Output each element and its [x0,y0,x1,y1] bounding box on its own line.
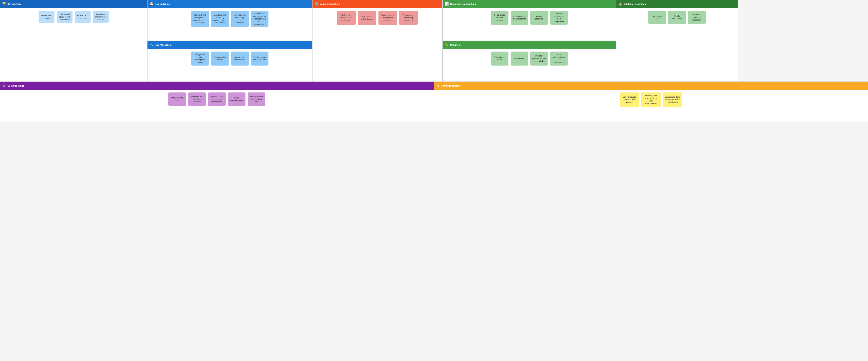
card-sponsorship-fees[interactable]: Sponsorship and collaboration fees [248,92,265,106]
rev-body: Sales of athletic footwear and apparel L… [434,90,868,121]
business-model-canvas: 🏆 Key partners: Manufacturers and suppli… [0,0,868,121]
card-physical-retail[interactable]: Physical retail stores [491,52,508,65]
card-sales-footwear[interactable]: Sales of athletic footwear and apparel [620,92,639,107]
value-prop-icon: ⚙️ [315,2,318,6]
key-activities-title: Key activities: [155,3,170,5]
key-resources-section: 🔧 Key resources: Design and product deve… [148,41,312,82]
card-mfg-costs[interactable]: Manufacturing costs [168,92,186,106]
value-prop-body: High-quality athletic footwear and appar… [312,8,442,82]
cost-structure-section: ✂️ Cost structure: Manufacturing costs M… [0,82,434,121]
card-sports-enthusiasts[interactable]: Sports enthusiasts [668,11,686,24]
key-partners-section: 🏆 Key partners: Manufacturers and suppli… [0,0,148,82]
cust-rel-body: Personalized customer support Engaging s… [443,8,616,40]
key-resources-icon: 🔧 [150,43,154,47]
revenue-streams-section: 🏷️ Revenue streams: Sales of athletic fo… [434,82,868,121]
cost-body: Manufacturing costs Marketing and advert… [0,90,434,121]
rev-icon: 🏷️ [436,84,440,88]
rev-header: 🏷️ Revenue streams: [434,82,868,90]
card-marketing-exp[interactable]: Marketing and advertising expenses [188,92,206,106]
cust-seg-title: Customer segments: [624,3,647,5]
card-performance-tech[interactable]: Performance-enhancing technology [399,11,418,25]
card-wholesale[interactable]: Wholesale partnerships with sports retai… [530,52,548,65]
cost-header: ✂️ Cost structure: [0,82,434,90]
card-design-teams[interactable]: Design and product development teams [191,52,209,65]
card-rd-investments[interactable]: Research and development investments [208,92,226,106]
card-brand-rep[interactable]: Brand reputation and recognition [251,52,269,65]
cust-seg-icon: 🥧 [618,2,622,6]
key-activities-header: 💬 Key activities: [148,0,312,8]
card-designing[interactable]: Designing and marketing athletic footwea… [211,11,229,27]
cost-icon: ✂️ [2,84,6,88]
key-activities-icon: 💬 [150,2,154,6]
key-resources-body: Design and product development teams Man… [148,49,312,82]
card-sponsored-events[interactable]: Sponsored events and sports competitions [550,11,568,25]
cust-seg-body: Professional athletes Sports enthusiasts… [616,8,738,82]
channels-header: ✏️ Channels: [443,41,616,49]
card-sponsorship-deals[interactable]: Sponsorship deals with sports teams and … [663,92,682,107]
card-pro-athletes[interactable]: Professional athletes [648,11,666,24]
card-advertising[interactable]: Advertising and marketing agencies [93,11,108,23]
card-collaboration[interactable]: Collaboration with athletes for product … [251,11,269,27]
key-partners-title: Key partners: [7,3,22,5]
channels-body: Physical retail stores Online store Whol… [443,49,616,82]
key-activities-body: Research and development of innovative s… [148,8,312,40]
customer-segments-section: 🥧 Customer segments: Professional athlet… [616,0,738,82]
cost-title: Cost structure: [7,84,24,87]
key-partners-header: 🏆 Key partners: [0,0,147,8]
card-innovative-designs[interactable]: Innovative and stylish designs [358,11,376,25]
value-prop-header: ⚙️ Value proposition: [312,0,442,8]
channels-title: Channels: [450,44,461,46]
top-section: 🏆 Key partners: Manufacturers and suppli… [0,0,868,82]
card-manufacturing-qc[interactable]: Manufacturing and quality control proces… [231,11,249,27]
bottom-section: ✂️ Cost structure: Manufacturing costs M… [0,82,868,121]
card-retail-ops[interactable]: Retail operational costs [228,92,246,106]
cust-rel-header: 📊 Customer relationships: [443,0,616,8]
card-supply-chain[interactable]: Supply chain management [231,52,249,65]
cust-rel-section: 📊 Customer relationships: Personalized c… [443,0,616,40]
card-brand-collab[interactable]: Brand collaborations and sponsorships [550,52,568,65]
card-fashion-conscious[interactable]: Fashion-conscious consumers [688,11,706,24]
key-resources-title: Key resources: [155,44,172,46]
card-manufacturers[interactable]: Manufacturers and suppliers [38,11,55,23]
card-retailers[interactable]: Retailers and distributors [74,11,91,23]
key-resources-header: 🔧 Key resources: [148,41,312,49]
key-activities-section: 💬 Key activities: Research and developme… [148,0,312,40]
value-proposition-section: ⚙️ Value proposition: High-quality athle… [312,0,443,82]
cust-rel-icon: 📊 [445,2,449,6]
cust-seg-header: 🥧 Customer segments: [616,0,738,8]
card-loyalty[interactable]: Loyalty programs [530,11,548,25]
cust-rel-title: Customer relationships: [450,3,476,5]
card-pro-sports-teams[interactable]: Professional sports teams and athletes [57,11,72,23]
card-high-quality[interactable]: High-quality athletic footwear and appar… [337,11,355,25]
cust-rel-channels-col: 📊 Customer relationships: Personalized c… [443,0,616,82]
card-social-media[interactable]: Engaging social media presence [510,11,528,25]
channels-icon: ✏️ [445,43,449,47]
card-endorsement[interactable]: Endorsement by professional athletes [378,11,397,25]
key-partners-icon: 🏆 [2,2,6,6]
card-mfg-facilities[interactable]: Manufacturing facilities [211,52,229,65]
card-licensing[interactable]: Licensing and royalties from brand colla… [641,92,661,107]
rev-title: Revenue streams: [441,84,461,87]
key-partners-body: Manufacturers and suppliers Professional… [0,8,147,82]
card-online-store[interactable]: Online store [510,52,528,65]
card-research-dev[interactable]: Research and development of innovative s… [191,11,209,27]
card-personalized-support[interactable]: Personalized customer support [491,11,508,25]
channels-section: ✏️ Channels: Physical retail stores Onli… [443,41,616,82]
value-prop-title: Value proposition: [320,3,340,5]
key-activities-resources-col: 💬 Key activities: Research and developme… [148,0,312,82]
